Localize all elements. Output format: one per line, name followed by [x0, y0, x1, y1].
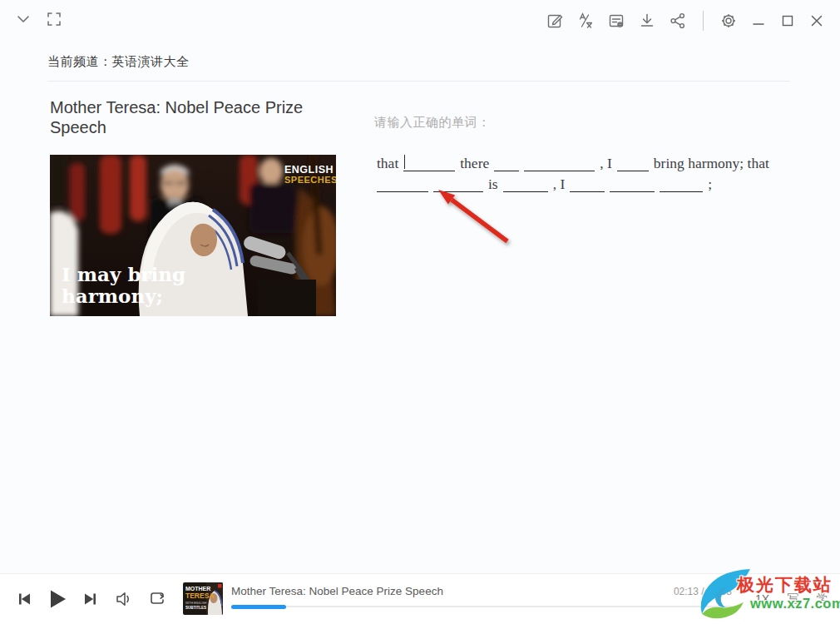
- cloze-blank-input[interactable]: [503, 176, 548, 192]
- lesson-title: Mother Teresa: Nobel Peace Prize Speech: [50, 97, 341, 137]
- cloze-blank-input[interactable]: [524, 156, 595, 171]
- previous-track-icon[interactable]: [17, 592, 32, 607]
- repeat-icon[interactable]: [148, 590, 166, 608]
- play-icon[interactable]: [47, 589, 67, 609]
- subtitle-caption-line1: I may bring: [62, 263, 185, 285]
- exercise-prompt: 请输入正确的单词：: [374, 115, 792, 131]
- topbar-right: [546, 9, 825, 32]
- thumb-text-mother: MOTHER: [185, 586, 210, 592]
- dictation-exercise: 请输入正确的单词： thatthere, Ibring harmony; tha…: [374, 115, 792, 195]
- mode-learn-button[interactable]: 学: [816, 592, 828, 607]
- share-icon[interactable]: [669, 12, 687, 30]
- topbar-left: [15, 11, 62, 27]
- cloze-blank-input[interactable]: [660, 176, 703, 192]
- cloze-blank-input[interactable]: [433, 176, 483, 192]
- translate-icon[interactable]: [576, 12, 595, 30]
- brand-english: ENGLISH: [284, 164, 334, 176]
- now-playing-title: Mother Teresa: Nobel Peace Prize Speech: [231, 585, 443, 597]
- time-display: 02:13 / 20:03: [674, 586, 732, 597]
- cloze-word: ;: [708, 176, 712, 192]
- cloze-blank-input[interactable]: [403, 156, 455, 171]
- download-icon[interactable]: [638, 12, 656, 30]
- section-divider: [47, 81, 790, 82]
- volume-icon[interactable]: [114, 590, 132, 608]
- channel-name: 英语演讲大全: [112, 54, 190, 68]
- cloze-word: there: [460, 155, 489, 171]
- player-right-controls: 1X 写 学: [755, 574, 828, 624]
- cloze-blank-input[interactable]: [494, 156, 519, 171]
- cloze-word: , I: [553, 176, 566, 192]
- text-caret: [404, 155, 405, 169]
- brand-speeches: SPEECHES: [284, 175, 336, 185]
- cloze-blank-input[interactable]: [610, 176, 655, 192]
- cloze-blank-input[interactable]: [617, 156, 649, 171]
- current-channel: 当前频道：英语演讲大全: [47, 54, 190, 70]
- thumb-text-subtitles: SUBTITLES: [185, 606, 206, 610]
- player-track-info: Mother Teresa: Nobel Peace Prize Speech …: [231, 585, 732, 609]
- mode-write-button[interactable]: 写: [787, 592, 798, 607]
- progress-track: [231, 606, 732, 607]
- player-bar: MOTHER TERESA WITH ENGLISH SUBTITLES Mot…: [0, 573, 840, 624]
- progress-fill: [231, 605, 286, 609]
- cloze-word: that: [377, 155, 398, 171]
- settings-gear-icon[interactable]: [719, 12, 738, 30]
- playback-speed-button[interactable]: 1X: [755, 592, 769, 606]
- channel-label: 当前频道：: [47, 54, 112, 68]
- chevron-down-icon[interactable]: [15, 11, 32, 27]
- thumb-text-teresa: TERESA: [185, 592, 214, 600]
- edit-note-icon[interactable]: [546, 12, 564, 30]
- subtitle-settings-icon[interactable]: [607, 12, 625, 30]
- minimize-icon[interactable]: [750, 12, 767, 29]
- cloze-blank-input[interactable]: [570, 176, 605, 192]
- fullscreen-expand-icon[interactable]: [46, 11, 62, 27]
- thumb-text-with-english: WITH ENGLISH: [185, 602, 207, 605]
- close-icon[interactable]: [808, 12, 825, 29]
- progress-bar[interactable]: [231, 605, 732, 609]
- cloze-word: is: [488, 176, 498, 192]
- player-controls: [17, 574, 166, 624]
- cloze-sentence: thatthere, Ibring harmony; thatis, I;: [374, 153, 792, 195]
- subtitle-caption-line2: harmony;: [62, 285, 163, 307]
- now-playing-thumbnail[interactable]: MOTHER TERESA WITH ENGLISH SUBTITLES: [183, 582, 223, 615]
- cloze-word: , I: [600, 155, 612, 171]
- next-track-icon[interactable]: [83, 592, 98, 607]
- maximize-icon[interactable]: [779, 12, 796, 29]
- toolbar-divider: [703, 11, 704, 31]
- video-thumbnail[interactable]: ENGLISH SPEECHES I may bring harmony;: [50, 155, 336, 316]
- cloze-word: bring harmony; that: [654, 155, 769, 171]
- cloze-blank-input[interactable]: [377, 176, 428, 192]
